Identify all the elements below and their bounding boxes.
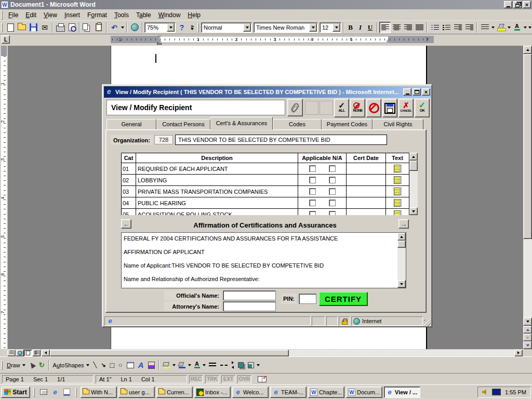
applicable-checkbox[interactable] [309,188,316,195]
outline-view-button[interactable] [32,350,41,356]
scrollbar-track[interactable] [523,239,532,317]
rectangle-tool-button[interactable]: □ [108,360,116,371]
task-welco[interactable]: eWelco... [232,387,269,398]
menu-view[interactable]: View [40,10,61,20]
ok-button[interactable]: ✓ OK [415,99,430,117]
font-dropdown-button[interactable] [309,23,317,32]
table-scrollbar[interactable] [409,153,418,215]
align-left-button[interactable] [379,22,391,33]
scroll-down-button[interactable] [523,317,532,326]
menu-insert[interactable]: Insert [61,10,84,20]
bullet-list-button[interactable] [441,22,452,33]
status-rec-mode[interactable]: REC [189,375,203,383]
applicable-checkbox[interactable] [309,165,316,172]
style-dropdown-button[interactable] [243,23,251,32]
menu-edit[interactable]: Edit [22,10,40,20]
task-curren[interactable]: Curren... [156,387,193,398]
scrollbar-thumb[interactable] [409,161,418,171]
font-size-dropdown-button[interactable] [332,23,340,32]
mail-button[interactable]: ✉ [39,22,50,33]
formatting-toolbar-grip[interactable] [197,23,199,32]
font-combobox[interactable]: Times New Roman [254,22,318,33]
font-size-combobox[interactable]: 12 [320,22,341,33]
scroll-down-button[interactable] [409,207,418,215]
zoom-combobox[interactable]: 75% [144,22,176,33]
clip-art-button[interactable] [146,360,157,371]
highlight-dropdown[interactable] [507,22,511,33]
print-layout-view-button[interactable] [24,350,32,356]
oval-tool-button[interactable]: ○ [116,360,125,371]
na-checkbox[interactable] [329,200,336,206]
ie-maximize-button[interactable] [413,88,421,96]
task-docum[interactable]: WDocum... [346,387,382,398]
status-ext-mode[interactable]: EXT [221,375,235,383]
line-tool-button[interactable]: ╲ [91,360,99,371]
tab-stop-selector[interactable]: L [2,35,10,44]
insert-hyperlink-button[interactable] [129,22,140,33]
toolbar-options-chevron[interactable]: » [188,22,196,33]
minimize-button[interactable] [504,1,512,8]
previous-page-button[interactable] [523,326,532,334]
font-color-dropdown[interactable] [523,22,527,33]
select-browse-object-button[interactable]: ○ [523,334,532,341]
task-view-modify-recipient[interactable]: eView / ... [384,387,420,398]
task-inbox[interactable]: Inbox -... [194,387,231,398]
wordart-button[interactable]: A [136,360,146,371]
quicklaunch-grip[interactable] [33,388,35,397]
text-notes-icon[interactable] [394,176,402,184]
na-checkbox[interactable] [329,165,336,172]
fill-color-button[interactable] [161,360,172,371]
tab-contact-persons[interactable]: Contact Persons [156,119,210,130]
ie-minimize-button[interactable] [403,88,411,96]
free-rotate-button[interactable]: ↻ [37,360,47,371]
zoom-dropdown-button[interactable] [167,23,175,32]
volume-icon[interactable] [482,389,488,395]
first-line-indent-marker[interactable] [157,35,162,38]
print-button[interactable] [55,22,66,33]
menu-tools[interactable]: Tools [111,10,132,20]
threed-button[interactable] [246,360,256,371]
menu-table[interactable]: Table [132,10,155,20]
shadow-button[interactable] [236,360,246,371]
scroll-up-button[interactable] [523,46,532,54]
status-ovr-mode[interactable]: OVR [237,375,251,383]
save-button[interactable] [28,22,39,33]
task-with-n[interactable]: With N... [81,387,117,398]
save-button[interactable] [382,99,397,117]
display-tray-icon[interactable] [492,389,501,395]
launch-mail-icon[interactable] [62,388,71,397]
bold-button[interactable]: B [345,22,355,33]
line-style-button[interactable] [207,360,218,371]
borders-button[interactable] [479,22,490,33]
paste-button[interactable] [93,22,104,33]
menubar-grip[interactable] [1,10,3,20]
next-affirmation-button[interactable]: → [398,219,409,229]
web-layout-view-button[interactable] [16,350,24,356]
undo-button[interactable]: ↶ [109,22,120,33]
justify-button[interactable] [414,22,425,33]
drawing-toolbar-grip[interactable] [1,361,3,370]
cancel-button[interactable]: ✗ CANCEL [398,99,414,117]
right-indent-marker[interactable] [386,39,390,42]
vertical-scrollbar[interactable]: ○ [523,46,532,349]
text-box-button[interactable] [125,360,136,371]
style-combobox[interactable]: Normal [201,22,252,33]
draw-font-color-dropdown[interactable] [202,360,207,370]
dash-style-button[interactable] [218,360,230,371]
attachments-button[interactable] [287,99,303,116]
numbered-list-button[interactable] [429,22,441,33]
next-page-button[interactable] [523,341,532,349]
no-action-button[interactable] [366,99,381,117]
text-notes-icon[interactable] [394,210,402,215]
font-color-button[interactable]: A [511,22,523,33]
highlight-button[interactable] [495,22,507,33]
fill-color-dropdown[interactable] [172,360,177,370]
menu-format[interactable]: Format [84,10,111,20]
task-chapte[interactable]: WChapte... [308,387,344,398]
underline-button[interactable]: U [365,22,375,33]
tab-certs-assurances[interactable]: Cert's & Assurances [210,117,273,130]
text-notes-icon[interactable] [394,199,402,207]
scrollbar-track[interactable] [409,171,418,207]
tab-codes[interactable]: Codes [273,119,322,130]
resize-grip[interactable] [424,320,431,326]
